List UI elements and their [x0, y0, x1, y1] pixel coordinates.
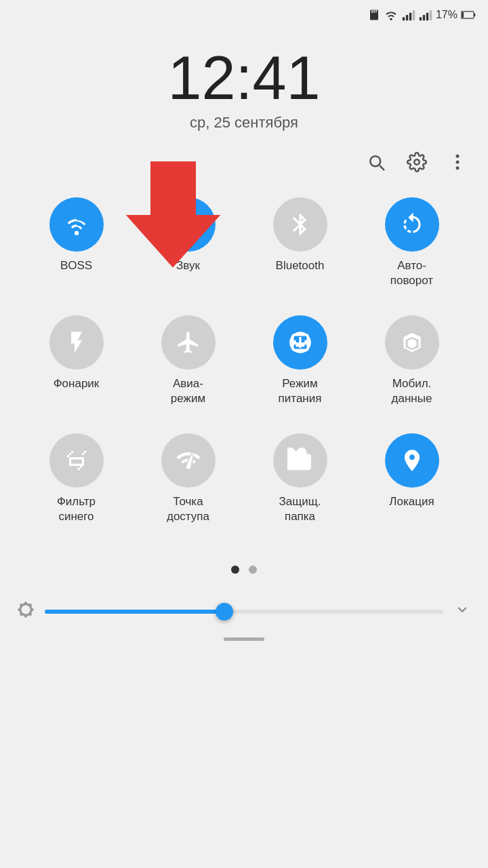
wifi-icon [384, 9, 399, 21]
svg-point-18 [456, 161, 460, 164]
qs-label-airplane: Авиа-режим [171, 376, 205, 406]
quick-settings: BOSS Звук Bluetooth Авто-поворот [0, 184, 488, 566]
svg-point-17 [456, 155, 460, 158]
svg-rect-1 [371, 10, 373, 14]
qs-row-2: Фонарик Авиа-режим Режимпитания Мобил.да… [20, 315, 468, 406]
dot-2[interactable] [249, 566, 257, 574]
qs-item-bluetooth[interactable]: Bluetooth [253, 197, 348, 288]
more-button[interactable] [447, 152, 468, 177]
qs-btn-boss[interactable] [49, 197, 104, 252]
signal2-icon [419, 9, 432, 21]
svg-rect-14 [462, 12, 464, 18]
qs-btn-autorotate[interactable] [385, 197, 439, 252]
qs-btn-sound[interactable] [161, 197, 216, 252]
qs-btn-bluefilter[interactable] [49, 433, 104, 488]
qs-btn-powersave[interactable] [273, 315, 327, 370]
qs-label-securefolder: Защищ.папка [279, 494, 321, 524]
qs-item-airplane[interactable]: Авиа-режим [141, 315, 236, 406]
brightness-thumb[interactable] [216, 603, 233, 620]
brightness-track[interactable] [45, 610, 443, 614]
svg-rect-6 [409, 13, 411, 21]
qs-row-1: BOSS Звук Bluetooth Авто-поворот [20, 197, 468, 288]
svg-rect-7 [413, 10, 415, 20]
qs-btn-mobiledata[interactable] [385, 315, 439, 370]
qs-item-flashlight[interactable]: Фонарик [29, 315, 124, 406]
qs-item-sound[interactable]: Звук [141, 197, 236, 288]
qs-item-powersave[interactable]: Режимпитания [253, 315, 348, 406]
svg-rect-4 [403, 17, 405, 20]
qs-btn-flashlight[interactable] [49, 315, 104, 370]
svg-rect-3 [375, 10, 377, 13]
svg-rect-8 [420, 17, 422, 20]
qs-label-bluetooth: Bluetooth [276, 258, 325, 273]
qs-item-securefolder[interactable]: Защищ.папка [253, 433, 348, 524]
battery-icon [461, 10, 476, 20]
qs-btn-airplane[interactable] [161, 315, 216, 370]
qs-btn-bluetooth[interactable] [273, 197, 327, 252]
battery-percentage: 17% [436, 9, 458, 21]
qs-label-hotspot: Точкадоступа [167, 494, 209, 524]
signal-icon [402, 9, 415, 21]
qs-btn-securefolder[interactable] [273, 433, 327, 488]
dot-1[interactable] [231, 566, 239, 574]
qs-label-autorotate: Авто-поворот [390, 258, 433, 288]
search-button[interactable] [366, 152, 386, 177]
handle-bar [224, 637, 264, 641]
settings-button[interactable] [407, 152, 427, 177]
sd-icon [368, 9, 380, 21]
status-icons: 17% [368, 9, 476, 21]
svg-rect-11 [430, 10, 432, 20]
qs-label-location: Локация [389, 494, 434, 509]
clock-date: ср, 25 сентября [0, 114, 488, 132]
svg-rect-9 [423, 15, 425, 20]
svg-point-19 [456, 166, 460, 170]
qs-item-boss[interactable]: BOSS [29, 197, 124, 288]
qs-item-mobiledata[interactable]: Мобил.данные [365, 315, 460, 406]
qs-label-mobiledata: Мобил.данные [392, 376, 432, 406]
qs-label-flashlight: Фонарик [54, 376, 100, 391]
svg-point-16 [414, 159, 420, 165]
qs-label-boss: BOSS [60, 258, 92, 273]
svg-rect-13 [474, 14, 475, 16]
qs-btn-location[interactable] [385, 433, 439, 488]
toolbar [0, 145, 488, 184]
pagination [0, 566, 488, 574]
brightness-icon [17, 601, 35, 623]
qs-label-powersave: Режимпитания [279, 376, 322, 406]
svg-rect-10 [426, 13, 428, 21]
clock-time: 12:41 [0, 47, 488, 108]
brightness-bar [0, 594, 488, 629]
clock-section: 12:41 ср, 25 сентября [0, 27, 488, 138]
qs-item-autorotate[interactable]: Авто-поворот [365, 197, 460, 288]
qs-item-bluefilter[interactable]: Фильтрсинего [29, 433, 124, 524]
svg-rect-5 [406, 15, 408, 20]
svg-rect-2 [373, 10, 375, 14]
qs-item-hotspot[interactable]: Точкадоступа [141, 433, 236, 524]
qs-label-bluefilter: Фильтрсинего [57, 494, 96, 524]
qs-row-3: Фильтрсинего Точкадоступа Защищ.папка Ло… [20, 433, 468, 524]
qs-btn-hotspot[interactable] [161, 433, 216, 488]
qs-label-sound: Звук [176, 258, 200, 273]
status-bar: 17% [0, 0, 488, 27]
expand-icon[interactable] [453, 601, 471, 623]
bottom-handle [0, 629, 488, 649]
qs-item-location[interactable]: Локация [365, 433, 460, 524]
